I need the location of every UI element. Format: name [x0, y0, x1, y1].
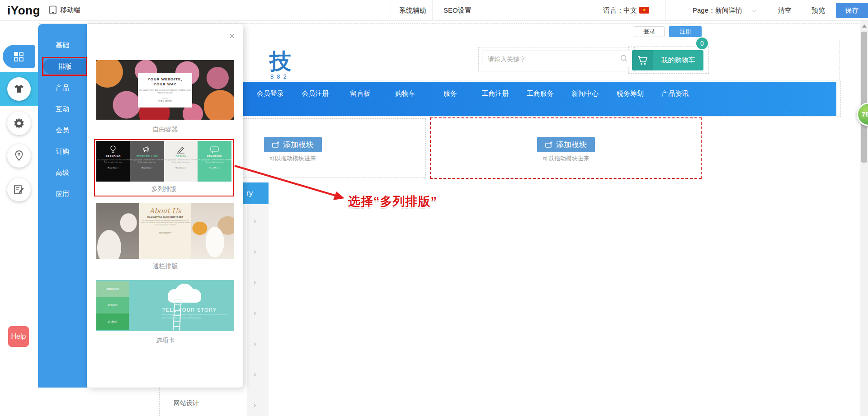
- news-category-list: › › › › › › ›: [247, 204, 269, 416]
- sidebar-item-content[interactable]: [7, 178, 31, 201]
- annotation-box-layout-tab: [42, 57, 88, 76]
- chevron-right-icon[interactable]: ›: [253, 277, 262, 287]
- template-label-tabs[interactable]: 选项卡: [96, 337, 234, 345]
- nav-item[interactable]: 会员登录: [248, 88, 293, 99]
- nav-item[interactable]: 工商注册: [473, 88, 518, 99]
- sidebar-item-settings[interactable]: [7, 112, 31, 135]
- template-free-container[interactable]: YOUR WEBSITE,YOUR WAY USE CANNY TEXT AND…: [96, 60, 234, 120]
- template-tabs[interactable]: about us service project TELL YOUR STORY…: [96, 280, 234, 331]
- add-module-label: 添加模块: [556, 140, 587, 150]
- template-label-multi-column[interactable]: 多列排版: [95, 185, 233, 193]
- category-tab-basic[interactable]: 基础: [38, 41, 87, 50]
- app-logo: iYong: [7, 4, 40, 18]
- seo-settings-button[interactable]: SEO设置: [443, 6, 472, 15]
- mobile-view-toggle[interactable]: 移动端: [49, 5, 80, 14]
- register-button[interactable]: 注册: [669, 26, 702, 37]
- site-logo-digits: 882: [270, 73, 290, 80]
- language-selector[interactable]: 语言：中文: [603, 6, 637, 15]
- cloud-graphic: [164, 283, 203, 301]
- drag-hint: 可以拖动模块进来: [521, 154, 611, 163]
- cart-label: 我的购物车: [653, 50, 703, 70]
- nav-item[interactable]: 新闻中心: [563, 88, 608, 99]
- template-picker-panel: × YOUR WEBSITE,YOUR WAY USE CANNY TEXT A…: [87, 24, 243, 388]
- save-button[interactable]: 保存: [836, 3, 868, 18]
- category-tab-member[interactable]: 会员: [38, 126, 87, 135]
- preview-button[interactable]: 预览: [811, 6, 825, 15]
- chevron-right-icon[interactable]: ›: [253, 247, 262, 256]
- category-tab-app[interactable]: 应用: [38, 189, 87, 198]
- template-banner-layout[interactable]: About Us I'M A SUBTITLE. CLICK HERE TO E…: [96, 203, 234, 259]
- template-label-free-container[interactable]: 自由容器: [96, 126, 234, 134]
- cart-icon: [632, 50, 653, 70]
- preview-tab: about us: [96, 281, 129, 297]
- gear-icon: [13, 117, 25, 129]
- search-icon[interactable]: [617, 54, 631, 64]
- category-tab-order[interactable]: 订购: [38, 147, 87, 156]
- cart-count-badge: 0: [695, 37, 709, 50]
- sidebar-item-shop[interactable]: [7, 77, 31, 101]
- scrollbar-thumb[interactable]: [861, 32, 867, 163]
- location-pin-icon: [14, 150, 24, 162]
- system-help-button[interactable]: 系统辅助: [399, 6, 426, 15]
- speech-bubble-icon: [198, 144, 231, 155]
- add-module-button-right[interactable]: 添加模块: [537, 137, 595, 152]
- help-button[interactable]: Help: [8, 326, 29, 347]
- annotation-text: 选择“多列排版”: [348, 193, 437, 210]
- nav-item[interactable]: 购物车: [383, 88, 428, 99]
- china-flag-icon: ★: [639, 7, 649, 14]
- cart-button[interactable]: 我的购物车: [632, 50, 703, 70]
- site-search[interactable]: [482, 51, 631, 67]
- clear-button[interactable]: 清空: [778, 6, 792, 15]
- editor-screen: 登录 注册 技 882 我的购物车 0 会员登录 会员注册 留言板 购物车 服务…: [0, 0, 868, 416]
- template-label-banner[interactable]: 通栏排版: [96, 262, 234, 271]
- sidebar-item-modules[interactable]: [3, 45, 35, 68]
- close-icon[interactable]: ×: [226, 30, 238, 42]
- preview-tab: service: [96, 297, 129, 313]
- site-navbar: 会员登录 会员注册 留言板 购物车 服务 工商注册 工商服务 新闻中心 税务筹划…: [219, 82, 836, 116]
- chevron-right-icon[interactable]: ›: [253, 216, 262, 225]
- mobile-device-icon: [49, 5, 57, 14]
- category-item-website-design[interactable]: 网站设计: [174, 399, 199, 407]
- site-logo: 技: [269, 47, 291, 76]
- chevron-down-icon[interactable]: [751, 7, 756, 12]
- nav-item[interactable]: 工商服务: [518, 88, 563, 99]
- chevron-right-icon[interactable]: ›: [253, 308, 262, 318]
- chevron-right-icon[interactable]: ›: [253, 369, 262, 379]
- nav-item[interactable]: 产品资讯: [653, 88, 698, 99]
- top-toolbar: iYong 移动端 系统辅助 SEO设置 语言：中文 ★ Page：新闻详情 清…: [0, 0, 868, 21]
- nav-item[interactable]: 服务: [428, 88, 473, 99]
- food-photo-left: [96, 203, 139, 259]
- add-module-label: 添加模块: [283, 140, 314, 150]
- search-input[interactable]: [482, 56, 617, 63]
- pencil-icon: [164, 144, 198, 155]
- category-tab-interact[interactable]: 互动: [38, 104, 87, 113]
- chevron-right-icon[interactable]: ›: [253, 339, 262, 348]
- nav-item[interactable]: 税务筹划: [608, 88, 653, 99]
- nav-item[interactable]: 留言板: [338, 88, 383, 99]
- login-button[interactable]: 登录: [634, 26, 665, 37]
- shop-icon: [13, 84, 25, 94]
- category-tab-product[interactable]: 产品: [38, 83, 87, 92]
- scroll-up-arrow-icon[interactable]: [862, 24, 867, 28]
- nav-item[interactable]: 会员注册: [293, 88, 338, 99]
- modules-grid-icon: [13, 51, 25, 62]
- template-multi-column[interactable]: BRANDING I'm a paragraph. Create click m…: [94, 139, 234, 196]
- content-edit-icon: [13, 184, 25, 196]
- template-preview-card: YOUR WEBSITE,YOUR WAY USE CANNY TEXT AND…: [138, 73, 192, 108]
- editor-sidebar: Help: [0, 21, 38, 416]
- preview-tab: project: [96, 313, 129, 330]
- drag-hint: 可以拖动模块进来: [247, 154, 338, 163]
- left-module-area-outline: [221, 118, 426, 178]
- section-divider: [159, 388, 160, 416]
- module-category-panel: 基础 排版 产品 互动 会员 订购 高级 应用: [38, 24, 87, 388]
- mobile-view-label: 移动端: [60, 6, 80, 14]
- score-badge[interactable]: 78: [857, 103, 868, 126]
- chevron-right-icon[interactable]: ›: [253, 400, 262, 410]
- page-scrollbar[interactable]: [860, 21, 868, 416]
- food-photo-right: [191, 203, 234, 259]
- sidebar-item-location[interactable]: [7, 144, 31, 168]
- add-module-button-left[interactable]: 添加模块: [264, 137, 322, 152]
- page-selector[interactable]: Page：新闻详情: [693, 6, 742, 15]
- category-tab-advanced[interactable]: 高级: [38, 168, 87, 177]
- megaphone-icon: [130, 144, 164, 155]
